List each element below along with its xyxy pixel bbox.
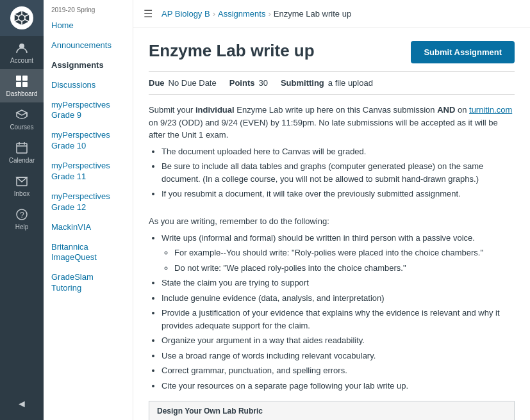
courses-label: Courses: [10, 124, 33, 131]
bullet-2-4: Provide a justification of your evidence…: [161, 307, 515, 332]
svg-text:?: ?: [20, 211, 24, 220]
svg-rect-12: [22, 82, 28, 87]
nav-item-discussions[interactable]: Discussions: [44, 76, 133, 95]
nav-item-britannica[interactable]: Britannica ImageQuest: [44, 238, 133, 268]
bullet-2-2: State the claim you are trying to suppor…: [161, 277, 515, 289]
app-logo[interactable]: [0, 0, 44, 36]
content-area: Enzyme Lab write up Submit Assignment Du…: [133, 28, 530, 420]
page-title: Enzyme Lab write up: [149, 41, 315, 61]
example-2: Do not write: "We placed roly-polies int…: [174, 262, 515, 275]
bullet-1-1: The document uploaded here to Canvas wil…: [161, 145, 515, 158]
rubric-title: Design Your Own Lab Rubric: [149, 401, 514, 420]
courses-icon: [15, 108, 29, 122]
breadcrumb-current: Enzyme Lab write up: [274, 9, 351, 19]
bullet-2-5: Organize your argument in a way that aid…: [161, 334, 515, 347]
sidebar-item-help[interactable]: ? Help: [0, 202, 44, 236]
page-header: Enzyme Lab write up Submit Assignment: [149, 41, 515, 63]
dashboard-label: Dashboard: [6, 90, 38, 97]
breadcrumb-course[interactable]: AP Biology B: [161, 9, 210, 19]
sidebar: Account Dashboard Courses: [0, 0, 44, 420]
sidebar-item-inbox[interactable]: Inbox: [0, 169, 44, 202]
bullet-1-3: If you resubmit a document, it will take…: [161, 188, 515, 200]
bullet-1-2: Be sure to include all data tables and g…: [161, 160, 515, 185]
body-text-1: Submit your individual Enzyme Lab write …: [149, 104, 515, 141]
rubric: Design Your Own Lab Rubric Criteria Rati…: [149, 401, 515, 420]
bullet-2-6: Use a broad range of words including rel…: [161, 350, 515, 362]
course-year: 2019-20 Spring: [44, 0, 133, 16]
submit-assignment-button[interactable]: Submit Assignment: [411, 41, 515, 63]
sidebar-item-dashboard[interactable]: Dashboard: [0, 69, 44, 102]
hamburger-icon[interactable]: ☰: [144, 8, 153, 20]
meta-bar: Due No Due Date Points 30 Submitting a f…: [149, 71, 515, 95]
breadcrumb-sep-2: ›: [268, 9, 270, 19]
nav-item-gradeslam[interactable]: GradeSlam Tutoring: [44, 268, 133, 298]
dashboard-icon: [15, 74, 29, 88]
bullets-list-1: The document uploaded here to Canvas wil…: [161, 145, 515, 200]
nav-item-assignments[interactable]: Assignments: [44, 56, 133, 76]
submitting-value: a file upload: [328, 78, 373, 88]
breadcrumb: AP Biology B › Assignments › Enzyme Lab …: [161, 9, 351, 19]
account-label: Account: [10, 57, 33, 64]
nav-item-myperspectives11[interactable]: myPerspectives Grade 11: [44, 156, 133, 187]
points-value: 30: [258, 78, 267, 88]
submitting-label: Submitting: [281, 78, 324, 88]
points-item: Points 30: [229, 78, 268, 88]
description: Submit your individual Enzyme Lab write …: [149, 104, 515, 392]
sidebar-item-account[interactable]: Account: [0, 36, 44, 69]
due-label: Due: [149, 78, 165, 88]
help-label: Help: [15, 223, 29, 230]
course-navigation: 2019-20 Spring Home Announcements Assign…: [44, 0, 133, 420]
nav-item-myperspectives10[interactable]: myPerspectives Grade 10: [44, 125, 133, 156]
svg-rect-11: [16, 82, 21, 87]
bullet-2-7: Correct grammar, punctuation, and spelli…: [161, 364, 515, 377]
nav-item-home[interactable]: Home: [44, 16, 133, 36]
account-icon: [15, 41, 29, 55]
bullets-list-2: Write ups (informal and formal) should b…: [161, 232, 515, 392]
nav-item-myperspectives12[interactable]: myPerspectives Grade 12: [44, 187, 133, 218]
sidebar-item-courses[interactable]: Courses: [0, 102, 44, 136]
sidebar-item-calendar[interactable]: Calendar: [0, 136, 44, 169]
nav-item-announcements[interactable]: Announcements: [44, 36, 133, 56]
calendar-icon: [15, 141, 29, 155]
writing-intro: As you are writing, remember to do the f…: [149, 215, 515, 228]
collapse-button[interactable]: ◄: [12, 393, 32, 415]
calendar-label: Calendar: [9, 157, 35, 164]
breadcrumb-sep-1: ›: [213, 9, 215, 19]
bullet-2-1: Write ups (informal and formal) should b…: [161, 232, 515, 275]
due-item: Due No Due Date: [149, 78, 217, 88]
help-icon: ?: [15, 207, 29, 222]
nav-item-myperspectives9[interactable]: myPerspectives Grade 9: [44, 95, 133, 126]
example-1: For example--You should write: "Roly-pol…: [174, 246, 515, 259]
svg-rect-9: [16, 76, 21, 81]
nav-item-mackinvia[interactable]: MackinVIA: [44, 218, 133, 238]
svg-rect-14: [17, 143, 27, 153]
main-content: ☰ AP Biology B › Assignments › Enzyme La…: [133, 0, 530, 420]
breadcrumb-section[interactable]: Assignments: [218, 9, 265, 19]
points-label: Points: [229, 78, 255, 88]
submitting-item: Submitting a file upload: [281, 78, 373, 88]
turnitin-link[interactable]: turnitin.com: [469, 105, 512, 115]
svg-rect-10: [22, 76, 28, 81]
bullet-2-3: Include genuine evidence (data, analysis…: [161, 292, 515, 305]
inbox-label: Inbox: [14, 190, 29, 197]
bullet-2-8: Cite your resources on a separate page f…: [161, 380, 515, 392]
topbar: ☰ AP Biology B › Assignments › Enzyme La…: [133, 0, 530, 28]
sidebar-bottom: ◄: [0, 393, 44, 420]
inbox-icon: [15, 174, 29, 188]
due-value: No Due Date: [169, 78, 217, 88]
